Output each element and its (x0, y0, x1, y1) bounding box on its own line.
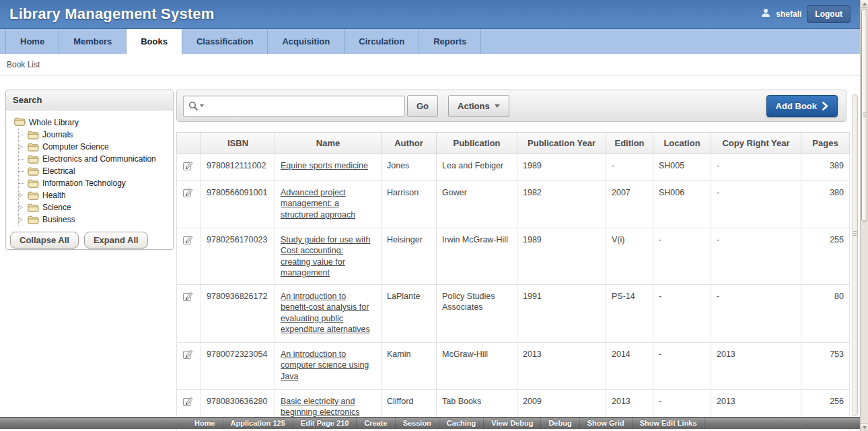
column-header-publication-year[interactable]: Publication Year (517, 133, 606, 154)
tab-acquisition[interactable]: Acquisition (268, 29, 345, 54)
tree-item-business[interactable]: ▷ Business (19, 213, 169, 226)
cell-pages: 255 (801, 228, 850, 285)
column-header-publication[interactable]: Publication (437, 133, 517, 154)
edit-row-button[interactable] (182, 234, 194, 248)
edit-row-button[interactable] (182, 349, 194, 362)
cell-copy_right_year: - (711, 181, 801, 228)
devbar-link-home[interactable]: Home (187, 418, 223, 429)
cell-publication_year: 2013 (517, 343, 606, 390)
book-name-link[interactable]: Advanced project management: a structure… (281, 188, 355, 220)
column-header-edition[interactable]: Edition (606, 133, 653, 154)
book-name-link[interactable]: Equine sports medicine (281, 161, 368, 170)
devbar-link-application-125[interactable]: Application 125 (223, 418, 293, 429)
edit-row-button[interactable] (182, 160, 194, 174)
breadcrumb: Book List (7, 60, 40, 69)
search-icon[interactable] (188, 101, 204, 111)
user-name: shefali (776, 9, 801, 19)
book-name-link[interactable]: Study guide for use with Cost accounting… (281, 235, 370, 277)
book-name-link[interactable]: An introduction to benefit-cost analysis… (281, 292, 370, 334)
tree-item-electrical[interactable]: Electrical (19, 165, 169, 177)
tree-item-computer-science[interactable]: ▷ Computer Science (19, 141, 169, 153)
go-button[interactable]: Go (407, 95, 438, 117)
cell-publication: Policy Studies Associates (437, 285, 517, 343)
tree-item-label: Electronics and Communication (42, 154, 156, 164)
add-book-button[interactable]: Add Book (766, 95, 838, 117)
folder-icon (28, 203, 39, 212)
devbar-link-show-grid[interactable]: Show Grid (580, 418, 632, 429)
folder-icon (14, 117, 26, 126)
expand-all-button[interactable]: Expand All (84, 232, 148, 248)
tab-books[interactable]: Books (126, 29, 182, 54)
column-header-name[interactable]: Name (275, 133, 382, 154)
devbar-link-edit-page-210[interactable]: Edit Page 210 (293, 418, 357, 429)
app-header: Library Management System shefali Logout (0, 0, 860, 28)
search-options-caret[interactable] (200, 104, 204, 107)
cell-edit (177, 154, 201, 181)
page-scrollbar[interactable] (860, 0, 868, 431)
tree-item-electronics-and-communication[interactable]: Electronics and Communication (19, 153, 169, 165)
tree-connector (19, 183, 24, 184)
page: Library Management System shefali Logout… (0, 0, 868, 431)
cell-name: Advanced project management: a structure… (275, 181, 382, 228)
folder-icon (28, 155, 39, 164)
cell-copy_right_year: 2013 (711, 343, 801, 390)
tab-members[interactable]: Members (59, 29, 126, 54)
actions-button[interactable]: Actions (448, 95, 509, 117)
cell-author: Heisinger (382, 228, 437, 285)
tree-item-science[interactable]: ▷ Science (19, 201, 169, 213)
tree-item-health[interactable]: ▷ Health (19, 189, 169, 201)
collapse-all-button[interactable]: Collapse All (10, 232, 79, 248)
column-header-copy-right-year[interactable]: Copy Right Year (711, 133, 801, 154)
edit-icon (182, 234, 194, 245)
column-header-author[interactable]: Author (382, 133, 437, 154)
cell-edition: PS-14 (606, 285, 653, 343)
devbar-link-caching[interactable]: Caching (439, 418, 484, 429)
devbar-link-debug[interactable]: Debug (541, 418, 579, 429)
column-header-edit (177, 133, 201, 154)
tab-classification[interactable]: Classification (182, 29, 268, 54)
column-header-location[interactable]: Location (653, 133, 711, 154)
book-name-link[interactable]: Basic electricity and beginning electron… (281, 397, 359, 417)
tree-item-journals[interactable]: Journals (19, 129, 169, 141)
edit-row-button[interactable] (182, 187, 194, 201)
report-toolbar: Go Actions Add Book (176, 90, 846, 122)
scroll-up-arrow[interactable] (861, 0, 868, 8)
column-header-pages[interactable]: Pages (801, 133, 850, 154)
tree-expander-icon[interactable]: ▷ (19, 144, 23, 150)
cell-isbn: 9780072323054 (201, 343, 275, 390)
tree-item-information-technology[interactable]: Information Technology (19, 177, 169, 189)
edit-row-button[interactable] (182, 396, 194, 409)
book-name-link[interactable]: An introduction to computer science usin… (281, 350, 369, 381)
developer-toolbar: HomeApplication 125Edit Page 210CreateSe… (0, 417, 868, 429)
tree-item-label: Information Technology (42, 178, 126, 188)
cell-author: Harrison (382, 181, 437, 228)
cell-pages: 753 (801, 343, 850, 390)
devbar-link-session[interactable]: Session (396, 418, 439, 429)
tree-item-whole-library[interactable]: Whole Library (14, 117, 169, 129)
folder-icon (28, 179, 39, 188)
tab-reports[interactable]: Reports (419, 29, 481, 54)
cell-pages: 389 (801, 154, 850, 181)
tree-expander-icon[interactable]: ▷ (19, 205, 23, 210)
scroll-down-arrow[interactable] (861, 423, 868, 431)
devbar-link-create[interactable]: Create (357, 418, 395, 429)
edit-row-button[interactable] (182, 291, 194, 304)
tab-home[interactable]: Home (5, 29, 59, 54)
cell-edit (177, 343, 201, 390)
devbar-link-show-edit-links[interactable]: Show Edit Links (632, 418, 705, 429)
books-table-wrap: ISBNNameAuthorPublicationPublication Yea… (176, 132, 849, 431)
tab-circulation[interactable]: Circulation (345, 29, 419, 54)
scroll-thumb-grip (863, 110, 866, 117)
cell-edition: - (606, 154, 653, 181)
devbar-link-view-debug[interactable]: View Debug (484, 418, 541, 429)
column-header-isbn[interactable]: ISBN (201, 133, 275, 154)
scroll-thumb[interactable] (861, 9, 867, 222)
tree-expander-icon[interactable]: ▷ (19, 193, 23, 198)
cell-edition: 2014 (606, 343, 653, 390)
cell-publication_year: 1989 (517, 154, 606, 181)
logout-button[interactable]: Logout (807, 5, 851, 23)
region-scrollbar[interactable] (852, 94, 858, 416)
tree-expander-icon[interactable]: ▷ (19, 217, 23, 222)
search-input[interactable] (207, 101, 400, 111)
tree-item-label: Science (42, 203, 71, 212)
